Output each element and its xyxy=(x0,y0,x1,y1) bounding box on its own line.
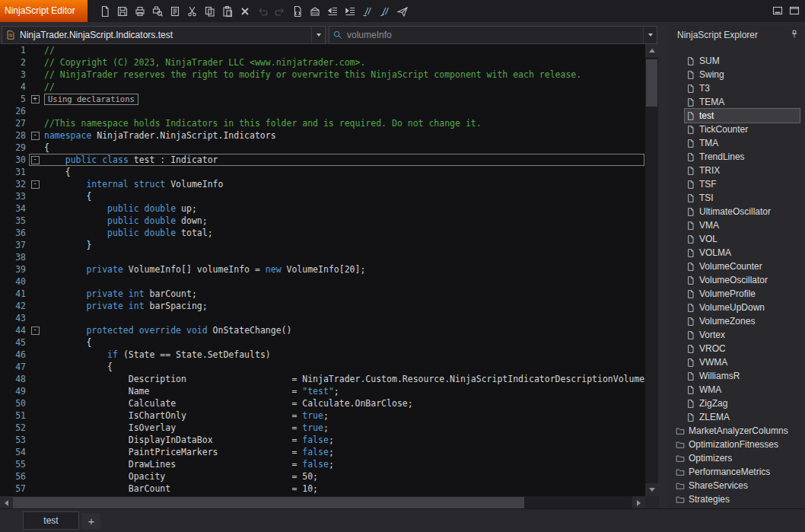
delete-icon[interactable] xyxy=(237,3,253,19)
explorer-item[interactable]: VolumeUpDown xyxy=(667,301,805,314)
explorer-item[interactable]: TEMA xyxy=(667,95,805,109)
chevron-down-icon[interactable] xyxy=(643,27,657,43)
code-line[interactable]: 32- internal struct VolumeInfo xyxy=(0,178,645,190)
member-dropdown[interactable]: volumeInfo xyxy=(329,26,657,44)
code-line[interactable]: 38 xyxy=(0,251,645,263)
explorer-item[interactable]: Swing xyxy=(667,68,805,81)
fold-toggle[interactable]: - xyxy=(31,132,40,140)
explorer-item[interactable]: PerformanceMetrics xyxy=(667,465,805,479)
pin-icon[interactable] xyxy=(789,29,800,42)
code-line[interactable]: 2// Copyright (C) 2023, NinjaTrader LLC … xyxy=(0,56,645,68)
code-line[interactable]: 56 Opacity = 50; xyxy=(0,470,645,483)
fold-toggle[interactable]: - xyxy=(31,180,40,189)
select-all-icon[interactable] xyxy=(167,3,183,19)
explorer-item[interactable]: test xyxy=(685,109,800,123)
code-line[interactable]: 39 private VolumeInfo[] volumeInfo = new… xyxy=(0,263,645,276)
code-line[interactable]: 33 { xyxy=(0,190,645,202)
minimize-button[interactable] xyxy=(770,4,785,18)
scroll-right-button[interactable] xyxy=(632,496,645,509)
explorer-item[interactable]: VOL xyxy=(667,232,805,246)
scroll-up-button[interactable] xyxy=(645,44,658,57)
print-icon[interactable] xyxy=(132,3,148,19)
collapsed-region-box[interactable]: Using declarations xyxy=(44,94,138,105)
explorer-item[interactable]: VMA xyxy=(667,218,805,232)
outdent-icon[interactable] xyxy=(325,3,341,19)
code-line[interactable]: 1// xyxy=(0,44,645,56)
code-line[interactable]: 42 private int barSpacing; xyxy=(0,300,645,312)
vertical-scrollbar[interactable] xyxy=(645,44,658,496)
explorer-item[interactable]: ZLEMA xyxy=(667,410,805,424)
explorer-item[interactable]: MarketAnalyzerColumns xyxy=(667,424,805,438)
compile-icon[interactable] xyxy=(395,3,411,19)
code-line[interactable]: 4// xyxy=(0,81,645,93)
code-line[interactable]: 27//This namespace holds Indicators in t… xyxy=(0,117,645,129)
uncomment-icon[interactable] xyxy=(377,3,393,19)
print-preview-icon[interactable] xyxy=(150,3,166,19)
code-line[interactable]: 28-namespace NinjaTrader.NinjaScript.Ind… xyxy=(0,129,645,142)
scroll-left-button[interactable] xyxy=(0,496,13,509)
code-line[interactable]: 57 BarCount = 10; xyxy=(0,483,645,495)
code-line[interactable]: 53 DisplayInDataBox = false; xyxy=(0,434,645,446)
explorer-item[interactable]: VOLMA xyxy=(667,246,805,260)
explorer-item[interactable]: VROC xyxy=(667,342,805,355)
explorer-item[interactable]: OptimizationFitnesses xyxy=(667,438,805,451)
type-dropdown[interactable]: NinjaTrader.NinjaScript.Indicators.test xyxy=(2,26,326,44)
maximize-button[interactable] xyxy=(787,4,802,18)
code-line[interactable]: 36 public double total; xyxy=(0,227,645,239)
code-line[interactable]: 3// NinjaTrader reserves the right to mo… xyxy=(0,68,645,81)
fold-toggle[interactable]: - xyxy=(31,156,40,164)
explorer-item[interactable]: Vortex xyxy=(667,328,805,342)
code-line[interactable]: 45 { xyxy=(0,336,645,349)
explorer-item[interactable]: UltimateOscillator xyxy=(667,205,805,218)
explorer-item[interactable]: VWMA xyxy=(667,355,805,369)
explorer-item[interactable]: VolumeOscillator xyxy=(667,273,805,287)
chevron-down-icon[interactable] xyxy=(311,27,325,43)
explorer-item[interactable]: TMA xyxy=(667,136,805,150)
code-area[interactable]: 1//2// Copyright (C) 2023, NinjaTrader L… xyxy=(0,44,645,495)
horizontal-scrollbar[interactable] xyxy=(0,496,645,509)
cut-icon[interactable] xyxy=(185,3,201,19)
code-line[interactable]: 26 xyxy=(0,105,645,117)
explorer-item[interactable]: ZigZag xyxy=(667,397,805,410)
code-line[interactable]: 54 PaintPriceMarkers = false; xyxy=(0,446,645,458)
copy-icon[interactable] xyxy=(202,3,218,19)
code-line[interactable]: 47 { xyxy=(0,361,645,373)
explorer-item[interactable]: WilliamsR xyxy=(667,369,805,383)
code-snippet-icon[interactable] xyxy=(290,3,306,19)
explorer-item[interactable]: SUM xyxy=(667,54,805,68)
code-line[interactable]: 51 IsChartOnly = true; xyxy=(0,409,645,422)
code-line[interactable]: 50 Calculate = Calculate.OnBarClose; xyxy=(0,397,645,409)
paste-icon[interactable] xyxy=(220,3,236,19)
explorer-item[interactable]: VolumeZones xyxy=(667,314,805,328)
code-line[interactable]: 43 xyxy=(0,312,645,324)
save-icon[interactable] xyxy=(115,3,131,19)
new-script-icon[interactable] xyxy=(97,3,113,19)
explorer-item[interactable]: TRIX xyxy=(667,164,805,177)
code-line[interactable]: 35 public double down; xyxy=(0,215,645,227)
indent-icon[interactable] xyxy=(342,3,358,19)
explorer-item[interactable]: TSI xyxy=(667,191,805,205)
code-line[interactable]: 41 private int barCount; xyxy=(0,288,645,300)
build-icon[interactable] xyxy=(307,3,323,19)
code-line[interactable]: 37 } xyxy=(0,239,645,251)
code-line[interactable]: 34 public double up; xyxy=(0,202,645,215)
fold-toggle[interactable]: + xyxy=(31,95,40,104)
tab-test[interactable]: test xyxy=(23,511,79,530)
fold-toggle[interactable]: - xyxy=(31,327,40,335)
code-line[interactable]: 55 DrawLines = false; xyxy=(0,458,645,470)
code-line[interactable]: 40 xyxy=(0,276,645,288)
explorer-item[interactable]: TickCounter xyxy=(667,123,805,136)
explorer-item[interactable]: T3 xyxy=(667,81,805,95)
vertical-scroll-thumb[interactable] xyxy=(646,59,657,107)
code-line[interactable]: 5+Using declarations xyxy=(0,93,645,105)
explorer-item[interactable]: Optimizers xyxy=(667,451,805,465)
code-line[interactable]: 31 { xyxy=(0,166,645,178)
explorer-item[interactable]: WMA xyxy=(667,383,805,397)
code-line[interactable]: 30- public class test : Indicator xyxy=(0,154,645,166)
explorer-item[interactable]: ShareServices xyxy=(667,479,805,492)
explorer-item[interactable]: TrendLines xyxy=(667,150,805,164)
comment-icon[interactable] xyxy=(360,3,376,19)
explorer-item[interactable]: Strategies xyxy=(667,492,805,506)
code-line[interactable]: 52 IsOverlay = true; xyxy=(0,422,645,434)
code-line[interactable]: 46 if (State == State.SetDefaults) xyxy=(0,349,645,361)
